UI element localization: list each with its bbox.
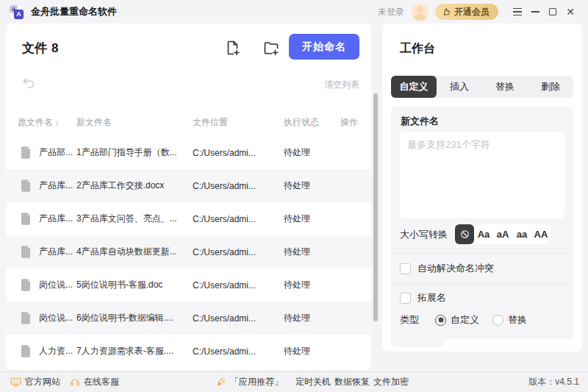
files-label: 文件 [22,41,47,55]
divider [391,253,573,254]
workbench-panel: 工作台 自定义 插入 替换 删除 新文件名 大小写转换 Aa [382,24,582,352]
table-row[interactable]: 产品库... 2产品库工作交接.docx C:/Users/admi... 待处… [6,169,371,202]
file-list-panel: 文件8 开始命名 清空列表 [6,24,371,370]
cell-original-name: 产品库... [39,246,76,258]
cell-file-location: C:/Users/admi... [193,181,284,191]
file-icon [6,179,39,192]
table-row[interactable]: 岗位说... 6岗位说明书-数据编辑.... C:/Users/admi... … [6,302,371,335]
open-vip-button[interactable]: 开通会员 [435,4,498,20]
clear-list-button[interactable]: 清空列表 [324,79,359,91]
column-header-new: 新文件名 [76,116,193,129]
extension-checkbox[interactable] [400,293,411,304]
new-filename-input[interactable] [400,132,564,218]
add-folder-button[interactable] [262,39,280,57]
add-file-button[interactable] [224,39,242,57]
case-upper-option[interactable]: AA [531,224,551,244]
case-invert-option[interactable]: aA [493,224,512,244]
cell-status: 待处理 [284,179,340,192]
table-row[interactable]: 人力资... 7人力资源需求表-客服.... C:/Users/admi... … [6,335,371,368]
add-folder-icon [262,39,280,57]
divider [391,283,573,284]
cell-status: 待处理 [284,146,340,159]
case-none-option[interactable] [455,224,474,244]
type-custom-radio[interactable] [435,315,446,326]
file-icon [6,279,39,291]
file-encryption-link[interactable]: 文件加密 [373,372,409,392]
undo-button[interactable] [21,75,37,91]
files-count: 8 [51,41,58,55]
file-icon [6,345,39,357]
official-website-link[interactable]: 官方网站 [10,372,60,392]
window-controls: ✕ [509,3,579,21]
headset-icon [70,377,80,388]
cell-original-name: 产品库... [39,213,76,225]
data-recovery-link[interactable]: 数据恢复 [334,372,370,392]
column-header-original[interactable]: 原文件名 ↓ [6,116,76,129]
file-icon [6,146,39,159]
start-rename-button[interactable]: 开始命名 [289,34,359,60]
case-lower-option[interactable]: aa [512,224,531,244]
type-replace-radio[interactable] [492,315,503,326]
logo-a-big: A [14,10,24,19]
cell-original-name: 岗位说... [39,279,76,291]
workbench-tabs: 自定义 插入 替换 删除 [391,76,573,98]
cell-new-name: 2产品库工作交接.docx [76,179,193,192]
tab-replace[interactable]: 替换 [482,76,528,98]
app-title: 金舟批量重命名软件 [31,5,117,18]
maximize-icon[interactable] [544,3,562,21]
files-count-title: 文件8 [22,40,58,57]
cell-new-name: 4产品库自动块数据更新... [76,246,193,258]
app-logo-icon: a A [9,4,24,20]
no-case-icon [459,229,470,240]
case-capitalize-option[interactable]: Aa [474,224,493,244]
section-horizontal-scrollbar[interactable] [443,339,576,347]
table-row[interactable]: 产品库... 3产品库文问答、亮点、... C:/Users/admi... 待… [6,202,371,235]
titlebar-right: 未登录 开通会员 ✕ [378,3,579,21]
file-list-scrollbar[interactable] [373,93,378,321]
online-service-link[interactable]: 在线客服 [70,372,119,392]
open-vip-label: 开通会员 [454,6,490,18]
new-filename-label: 新文件名 [401,115,439,128]
tab-insert[interactable]: 插入 [437,76,482,98]
table-row[interactable]: 产品库... 4产品库自动块数据更新... C:/Users/admi... 待… [6,235,371,268]
extension-label: 拓展名 [417,291,446,304]
auto-resolve-row: 自动解决命名冲突 [400,262,494,275]
tab-delete[interactable]: 删除 [528,76,573,98]
scheduled-shutdown-link[interactable]: 定时关机 [295,372,331,392]
case-conversion-row: 大小写转换 Aa aA aa AA [400,224,564,244]
sort-down-icon[interactable]: ↓ [55,118,60,126]
close-icon[interactable]: ✕ [562,3,579,21]
cell-original-name: 岗位说... [39,312,76,324]
custom-tab-section: 新文件名 大小写转换 Aa aA aa AA [391,107,573,347]
app-recommend-label: 「应用推荐」 [230,376,283,388]
cell-file-location: C:/Users/admi... [193,280,284,291]
cell-file-location: C:/Users/admi... [193,346,284,357]
cell-file-location: C:/Users/admi... [193,313,284,324]
cell-status: 待处理 [284,246,340,258]
file-icon [6,213,39,225]
minimize-icon[interactable] [526,3,544,21]
cell-new-name: 7人力资源需求表-客服.... [76,345,193,357]
version-label: 版本：v4.5.1 [528,372,579,392]
undo-icon [21,75,37,91]
case-conversion-label: 大小写转换 [400,228,448,241]
tab-custom[interactable]: 自定义 [391,76,437,98]
online-service-label: 在线客服 [84,376,119,388]
table-row[interactable]: 岗位说... 5岗位说明书-客服.doc C:/Users/admi... 待处… [6,268,371,302]
app-recommend-link[interactable]: 「应用推荐」 [215,372,283,392]
cell-status: 待处理 [284,312,340,324]
column-header-original-label: 原文件名 [18,116,53,129]
thumbs-up-icon [442,7,451,17]
column-header-status: 执行状态 [284,116,340,129]
login-status[interactable]: 未登录 [378,6,404,18]
file-table-rows: 产品部... 1产品部门指导手册（数... C:/Users/admi... 待… [6,136,371,368]
table-header: 原文件名 ↓ 新文件名 文件位置 执行状态 操作 [6,110,371,134]
avatar[interactable] [412,4,429,21]
type-label: 类型 [400,313,419,327]
auto-resolve-checkbox[interactable] [400,263,411,274]
type-row: 类型 自定义 替换 [400,313,540,327]
menu-icon[interactable] [509,3,526,21]
cell-new-name: 6岗位说明书-数据编辑.... [76,312,193,324]
table-row[interactable]: 产品部... 1产品部门指导手册（数... C:/Users/admi... 待… [6,136,371,169]
avatar-head [417,7,423,13]
